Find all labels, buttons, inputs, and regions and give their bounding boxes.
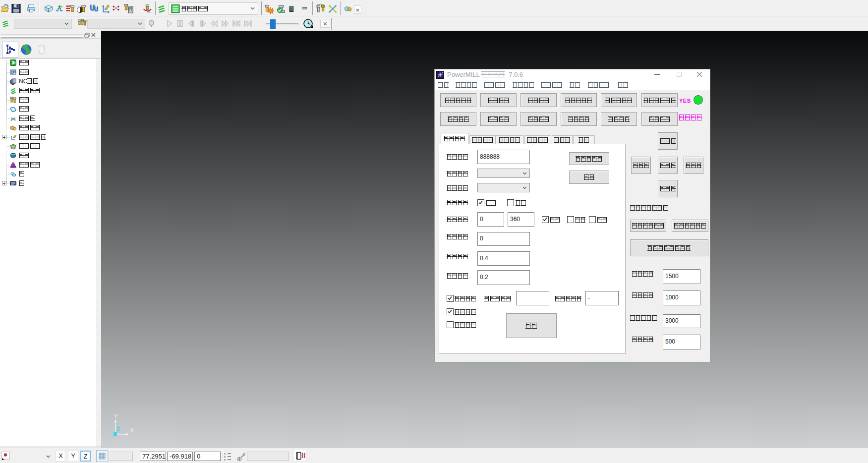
svg-text:z: z bbox=[224, 458, 226, 461]
svg-text:Y: Y bbox=[114, 412, 118, 420]
svg-text:Z: Z bbox=[116, 426, 120, 433]
svg-text:X: X bbox=[130, 426, 134, 434]
